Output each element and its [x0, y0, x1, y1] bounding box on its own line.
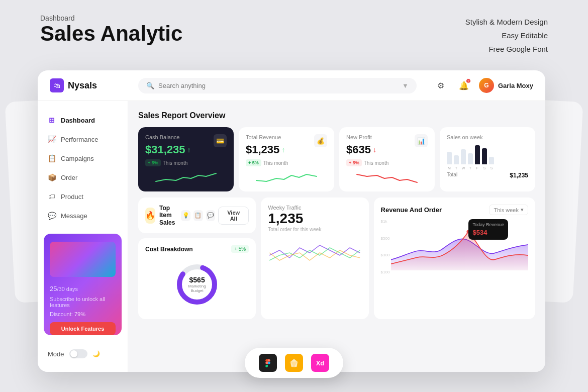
total-revenue-footer: + 5% This month	[246, 159, 327, 166]
branding-tag: Dashboard	[40, 14, 182, 22]
search-bar[interactable]: 🔍 ▼	[138, 78, 417, 93]
mode-switch[interactable]	[69, 349, 87, 358]
bottom-row: 🔥 Top Item Sales 💡 📋 💬 View All	[138, 198, 535, 319]
message-icon: 💬	[48, 212, 56, 220]
chat-icon[interactable]: 💬	[206, 210, 216, 221]
stats-row: Cash Balance 💳 $31,235 ↑ + 5% This month	[138, 127, 535, 191]
search-input[interactable]	[158, 82, 398, 89]
bottom-toolbar: Xd	[245, 348, 343, 378]
upgrade-card: 25/30 days Subscribe to unlock all featu…	[44, 234, 122, 335]
y-label-100: $100	[381, 270, 390, 274]
cost-breakdown-card: Cost Breakdown + 5% $565	[138, 238, 256, 319]
revenue-filter[interactable]: This week ▾	[489, 205, 528, 215]
donut-sublabel: Marketing Budget	[186, 284, 209, 293]
dashboard-card: 🛍 Nysals 🔍 ▼ ⚙ 🔔 2 G Garla Moxy ⊞ Das	[38, 70, 545, 372]
branding-area: Dashboard Sales Analytic	[40, 14, 182, 45]
cash-balance-footer: + 5% This month	[145, 159, 227, 166]
sidebar-label-product: Product	[61, 193, 83, 201]
bar-labels: M T W T F S S	[447, 166, 528, 170]
tooltip-value: $534	[472, 228, 504, 237]
weekly-traffic-card: Weeky Traffic 1,235 Total order for this…	[261, 198, 368, 319]
notification-badge: 2	[466, 78, 471, 83]
sidebar-item-product[interactable]: 🏷 Product	[38, 187, 128, 206]
main-content: ⊞ Dashboard 📈 Performance 📋 Campaigns 📦 …	[38, 101, 545, 372]
cash-badge: + 5%	[145, 159, 161, 166]
unlock-features-button[interactable]: Unlock Features	[50, 322, 116, 335]
donut-value: $565	[186, 276, 209, 284]
logo-name: Nysals	[68, 80, 97, 91]
sidebar-label-dashboard: Dashboard	[61, 117, 95, 124]
y-label-1k: $1k	[381, 219, 390, 224]
bar-s2	[489, 157, 494, 164]
user-name: Garla Moxy	[498, 82, 533, 89]
donut-area: $565 Marketing Budget	[145, 257, 249, 312]
revenue-chart-area: $1k $500 $300 $100	[381, 219, 528, 274]
sidebar-item-campaigns[interactable]: 📋 Campaigns	[38, 149, 128, 167]
feature-list: Stylish & Modern Design Easy Editable Fr…	[465, 15, 548, 56]
sidebar-item-performance[interactable]: 📈 Performance	[38, 130, 128, 148]
stat-card-total-revenue: Total Revenue 💰 $1,235 ↑ + 5% This month	[239, 127, 334, 191]
sidebar-label-message: Message	[61, 212, 87, 220]
cost-badge: + 5%	[231, 245, 249, 253]
header-bar: 🛍 Nysals 🔍 ▼ ⚙ 🔔 2 G Garla Moxy	[38, 70, 545, 101]
header-icons: ⚙ 🔔 2 G Garla Moxy	[433, 77, 533, 93]
xd-button[interactable]: Xd	[311, 354, 329, 372]
sketch-button[interactable]	[285, 354, 303, 372]
mode-label: Mode	[48, 350, 64, 358]
search-icon: 🔍	[146, 82, 154, 89]
sidebar-item-dashboard[interactable]: ⊞ Dashboard	[38, 111, 128, 129]
donut-center: $565 Marketing Budget	[186, 276, 209, 293]
bulb-icon[interactable]: 💡	[181, 210, 190, 221]
top-item-title-area: 🔥 Top Item Sales	[145, 205, 181, 226]
view-all-button[interactable]: View All	[218, 207, 249, 225]
stat-card-cash-balance: Cash Balance 💳 $31,235 ↑ + 5% This month	[138, 127, 234, 191]
sidebar-item-message[interactable]: 💬 Message	[38, 207, 128, 225]
cash-icon: 💳	[214, 134, 227, 147]
campaigns-icon: 📋	[48, 154, 56, 162]
cash-sparkline	[145, 170, 227, 184]
sidebar-item-order[interactable]: 📦 Order	[38, 168, 128, 186]
feature-2: Easy Editable	[465, 29, 548, 42]
top-item-icons: 💡 📋 💬 View All	[181, 207, 249, 225]
revenue-sparkline	[246, 170, 327, 184]
mode-toggle[interactable]: Mode 🌙	[38, 344, 128, 363]
bar-f	[475, 145, 480, 164]
revenue-tooltip: Today Revenue $534	[468, 219, 508, 240]
profit-badge: + 5%	[346, 159, 362, 166]
upgrade-sub-text: Subscribe to unlock all features	[50, 296, 116, 308]
fire-icon: 🔥	[145, 208, 155, 224]
list-icon[interactable]: 📋	[193, 210, 203, 221]
moon-icon: 🌙	[92, 350, 100, 357]
sales-week-total-label: Total	[447, 172, 457, 179]
cost-header: Cost Breakdown + 5%	[145, 245, 249, 253]
user-area[interactable]: G Garla Moxy	[479, 78, 533, 93]
donut-chart: $565 Marketing Budget	[174, 262, 220, 307]
new-profit-footer: + 5% This month	[346, 159, 428, 166]
figma-button[interactable]	[259, 354, 277, 372]
notifications-button[interactable]: 🔔 2	[456, 77, 472, 93]
stat-card-sales-week: Sales on week M T W T	[440, 127, 535, 191]
stat-card-new-profit: New Profit 📊 $635 ↓ + 5% This month	[339, 127, 435, 191]
upgrade-discount: Discount: 79%	[50, 311, 116, 317]
top-item-card: 🔥 Top Item Sales 💡 📋 💬 View All	[138, 198, 256, 233]
sidebar-label-performance: Performance	[61, 136, 98, 143]
bar-m	[447, 152, 452, 164]
weekly-traffic-label: Weeky Traffic	[268, 205, 361, 211]
logo-area: 🛍 Nysals	[50, 78, 130, 92]
content-area: Sales Report Overview Cash Balance 💳 $31…	[128, 101, 545, 372]
avatar: G	[479, 78, 494, 93]
cost-breakdown-title: Cost Breakdown	[145, 246, 193, 253]
section-title: Sales Report Overview	[138, 111, 535, 120]
weekly-traffic-sub: Total order for this week	[268, 227, 361, 232]
bar-w	[461, 149, 466, 164]
traffic-chart	[268, 235, 361, 265]
top-item-label: Top Item Sales	[159, 205, 181, 226]
profit-sparkline	[346, 170, 428, 184]
revenue-title: Revenue And Order	[381, 206, 442, 214]
chart-y-labels: $1k $500 $300 $100	[381, 219, 390, 274]
y-label-500: $500	[381, 236, 390, 241]
settings-button[interactable]: ⚙	[433, 77, 449, 93]
revenue-badge: + 5%	[246, 159, 261, 166]
sidebar-label-campaigns: Campaigns	[61, 155, 94, 162]
revenue-card: Revenue And Order This week ▾ $1k $500 $…	[374, 198, 535, 319]
